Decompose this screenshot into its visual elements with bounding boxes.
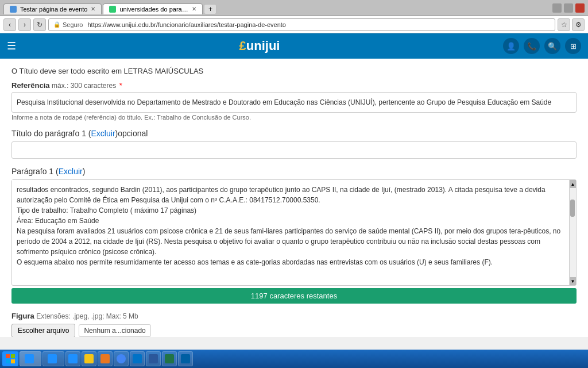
logo-text: unijui — [246, 39, 280, 53]
reference-max: máx.: 300 caracteres — [52, 82, 116, 90]
browser-titlebar: Testar página de evento ✕ universidades … — [0, 0, 588, 16]
tab-close-1[interactable]: ✕ — [91, 6, 95, 12]
scroll-down-btn[interactable]: ▼ — [570, 277, 576, 285]
paragraph-title-excluir-link[interactable]: Excluir — [91, 129, 115, 138]
secure-label: Seguro — [63, 21, 83, 28]
reference-label: Referência máx.: 300 caracteres * — [11, 81, 577, 90]
tab-close-2[interactable]: ✕ — [192, 6, 196, 12]
refresh-button[interactable]: ↻ — [33, 18, 46, 31]
site-header: ☰ £ unijui 👤 📞 🔍 ⊞ — [0, 33, 588, 59]
browser-tab-2[interactable]: universidades do parana ✕ — [103, 3, 203, 14]
paragraph-title-label: Título do parágrafo 1 (Excluir)opcional — [11, 129, 577, 138]
required-star: * — [119, 81, 122, 90]
paragraph1-block: Parágrafo 1 (Excluir) ▲ ▼ 1197 caractere… — [11, 167, 577, 304]
scroll-up-btn[interactable]: ▲ — [570, 180, 576, 188]
restore-btn[interactable] — [564, 3, 573, 13]
paragraph1-textarea-container: ▲ ▼ — [11, 179, 577, 286]
reference-input[interactable] — [11, 92, 577, 113]
hamburger-menu[interactable]: ☰ — [7, 40, 16, 52]
paragraph1-label: Parágrafo 1 (Excluir) — [11, 167, 577, 176]
figure-label: Figura Extensões: .jpeg, .jpg; Max: 5 Mb — [11, 312, 577, 320]
address-bar[interactable]: 🔒 Seguro https://www.unijui.edu.br/funci… — [48, 18, 555, 31]
paragraph-title-block: Título do parágrafo 1 (Excluir)opcional — [11, 129, 577, 159]
forward-button[interactable]: › — [18, 18, 31, 31]
reference-sublabel: Informe a nota de rodapé (referência) do… — [11, 114, 577, 121]
figure-section: Figura Extensões: .jpeg, .jpg; Max: 5 Mb… — [11, 312, 577, 337]
choose-file-button[interactable]: Escolher arquivo — [11, 324, 75, 337]
address-text: https://www.unijui.edu.br/funcionario/au… — [87, 21, 285, 28]
site-logo: £ unijui — [239, 39, 280, 53]
logo-icon: £ — [239, 39, 246, 53]
lock-icon: 🔒 — [53, 21, 60, 28]
tab-icon-1 — [10, 6, 17, 13]
browser-right-icons: ☆ ⚙ — [558, 18, 585, 31]
paragraph-title-input[interactable] — [11, 141, 577, 159]
paragraph1-textarea[interactable] — [12, 180, 569, 283]
close-btn[interactable] — [575, 3, 585, 13]
settings-button[interactable]: ⚙ — [572, 18, 585, 31]
figure-extensions: Extensões: .jpeg, .jpg; Max: 5 Mb — [36, 312, 138, 320]
tab-icon-2 — [109, 6, 116, 13]
phone-icon[interactable]: 📞 — [524, 38, 540, 54]
reference-block: Referência máx.: 300 caracteres * Inform… — [11, 81, 577, 121]
paragraph1-excluir-link[interactable]: Excluir — [59, 167, 83, 176]
tab-label-2: universidades do parana — [119, 6, 188, 13]
header-icons: 👤 📞 🔍 ⊞ — [503, 38, 581, 54]
scroll-handle — [570, 200, 575, 217]
file-name-display: Nenhum a...cionado — [79, 324, 150, 337]
scroll-track — [570, 188, 576, 277]
search-icon[interactable]: 🔍 — [544, 38, 560, 54]
textarea-scrollbar[interactable]: ▲ ▼ — [569, 180, 576, 285]
minimize-btn[interactable] — [552, 3, 562, 13]
file-row: Escolher arquivo Nenhum a...cionado — [11, 324, 577, 337]
star-button[interactable]: ☆ — [558, 18, 570, 31]
browser-tab-1[interactable]: Testar página de evento ✕ — [3, 3, 102, 14]
char-counter: 1197 caracteres restantes — [11, 288, 577, 304]
tab-label-1: Testar página de evento — [20, 6, 87, 13]
page-content: O Título deve ser todo escrito em LETRAS… — [0, 59, 588, 337]
new-tab-button[interactable]: + — [204, 4, 216, 14]
person-icon[interactable]: 👤 — [503, 38, 519, 54]
browser-navbar: ‹ › ↻ 🔒 Seguro https://www.unijui.edu.br… — [0, 16, 588, 33]
back-button[interactable]: ‹ — [3, 18, 16, 31]
alert-message: O Título deve ser todo escrito em LETRAS… — [11, 67, 203, 75]
title-alert: O Título deve ser todo escrito em LETRAS… — [11, 67, 577, 75]
grid-icon[interactable]: ⊞ — [565, 38, 581, 54]
